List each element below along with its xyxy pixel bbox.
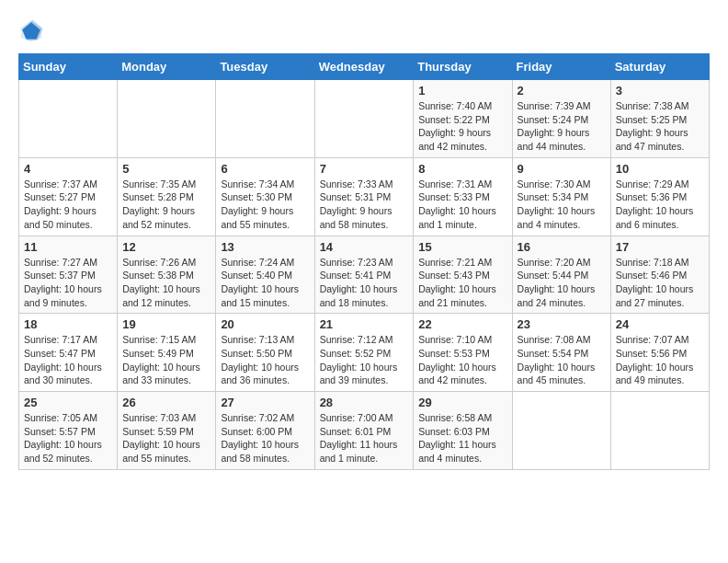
day-info: Sunrise: 7:03 AM Sunset: 5:59 PM Dayligh… [122, 411, 210, 465]
day-number: 7 [320, 162, 409, 176]
day-info: Sunrise: 7:18 AM Sunset: 5:46 PM Dayligh… [616, 256, 704, 310]
day-number: 27 [221, 396, 309, 409]
calendar-cell: 2Sunrise: 7:39 AM Sunset: 5:24 PM Daylig… [512, 80, 610, 158]
day-info: Sunrise: 7:38 AM Sunset: 5:25 PM Dayligh… [616, 99, 704, 154]
calendar-row-0: 1Sunrise: 7:40 AM Sunset: 5:22 PM Daylig… [19, 80, 710, 158]
calendar-cell: 28Sunrise: 7:00 AM Sunset: 6:01 PM Dayli… [314, 392, 414, 470]
day-info: Sunrise: 7:31 AM Sunset: 5:33 PM Dayligh… [418, 178, 506, 232]
calendar-row-3: 18Sunrise: 7:17 AM Sunset: 5:47 PM Dayli… [19, 314, 710, 392]
day-info: Sunrise: 7:10 AM Sunset: 5:53 PM Dayligh… [418, 333, 506, 387]
calendar-cell: 20Sunrise: 7:13 AM Sunset: 5:50 PM Dayli… [216, 314, 314, 392]
day-number: 12 [122, 240, 210, 254]
day-number: 25 [24, 396, 112, 409]
day-number: 16 [518, 240, 606, 254]
day-info: Sunrise: 7:24 AM Sunset: 5:40 PM Dayligh… [221, 256, 309, 310]
calendar-cell [610, 392, 709, 470]
calendar-cell: 22Sunrise: 7:10 AM Sunset: 5:53 PM Dayli… [414, 314, 512, 392]
day-info: Sunrise: 7:20 AM Sunset: 5:44 PM Dayligh… [518, 256, 606, 310]
day-number: 24 [616, 317, 704, 331]
day-info: Sunrise: 7:27 AM Sunset: 5:37 PM Dayligh… [24, 256, 112, 310]
day-info: Sunrise: 7:21 AM Sunset: 5:43 PM Dayligh… [418, 256, 506, 310]
calendar-cell: 3Sunrise: 7:38 AM Sunset: 5:25 PM Daylig… [610, 80, 709, 158]
day-number: 22 [418, 317, 506, 331]
day-number: 8 [418, 162, 506, 176]
day-info: Sunrise: 7:37 AM Sunset: 5:27 PM Dayligh… [24, 178, 112, 232]
day-info: Sunrise: 7:40 AM Sunset: 5:22 PM Dayligh… [418, 99, 506, 154]
calendar-cell: 18Sunrise: 7:17 AM Sunset: 5:47 PM Dayli… [19, 314, 118, 392]
day-number: 9 [518, 162, 606, 176]
day-number: 5 [122, 162, 210, 176]
calendar-cell: 12Sunrise: 7:26 AM Sunset: 5:38 PM Dayli… [118, 236, 216, 314]
day-number: 6 [221, 162, 309, 176]
calendar-header-monday: Monday [118, 54, 216, 80]
calendar-header-wednesday: Wednesday [314, 54, 414, 80]
calendar-cell: 17Sunrise: 7:18 AM Sunset: 5:46 PM Dayli… [610, 236, 709, 314]
day-number: 23 [518, 317, 606, 331]
calendar-row-1: 4Sunrise: 7:37 AM Sunset: 5:27 PM Daylig… [19, 157, 710, 236]
calendar-header-thursday: Thursday [414, 54, 512, 80]
calendar-header-row: SundayMondayTuesdayWednesdayThursdayFrid… [19, 54, 710, 80]
day-number: 11 [24, 240, 112, 254]
calendar-cell: 26Sunrise: 7:03 AM Sunset: 5:59 PM Dayli… [118, 392, 216, 470]
calendar-cell [216, 80, 314, 158]
day-info: Sunrise: 7:39 AM Sunset: 5:24 PM Dayligh… [518, 99, 606, 154]
calendar-table: SundayMondayTuesdayWednesdayThursdayFrid… [18, 53, 710, 470]
day-number: 15 [418, 240, 506, 254]
logo-icon [18, 18, 44, 44]
day-number: 21 [320, 317, 409, 331]
calendar-cell [314, 80, 414, 158]
calendar-cell: 27Sunrise: 7:02 AM Sunset: 6:00 PM Dayli… [216, 392, 314, 470]
day-info: Sunrise: 7:26 AM Sunset: 5:38 PM Dayligh… [122, 256, 210, 310]
calendar-cell [118, 80, 216, 158]
day-number: 20 [221, 317, 309, 331]
day-info: Sunrise: 7:02 AM Sunset: 6:00 PM Dayligh… [221, 411, 309, 465]
calendar-cell: 19Sunrise: 7:15 AM Sunset: 5:49 PM Dayli… [118, 314, 216, 392]
day-info: Sunrise: 7:00 AM Sunset: 6:01 PM Dayligh… [320, 411, 409, 465]
calendar-cell: 14Sunrise: 7:23 AM Sunset: 5:41 PM Dayli… [314, 236, 414, 314]
day-number: 4 [24, 162, 112, 176]
day-number: 10 [616, 162, 704, 176]
day-number: 13 [221, 240, 309, 254]
calendar-header-saturday: Saturday [610, 54, 709, 80]
calendar-header-friday: Friday [512, 54, 610, 80]
calendar-cell: 5Sunrise: 7:35 AM Sunset: 5:28 PM Daylig… [118, 157, 216, 236]
day-info: Sunrise: 7:15 AM Sunset: 5:49 PM Dayligh… [122, 333, 210, 387]
day-number: 3 [616, 84, 704, 98]
day-info: Sunrise: 7:34 AM Sunset: 5:30 PM Dayligh… [221, 178, 309, 232]
calendar-row-2: 11Sunrise: 7:27 AM Sunset: 5:37 PM Dayli… [19, 236, 710, 314]
day-info: Sunrise: 7:17 AM Sunset: 5:47 PM Dayligh… [24, 333, 112, 387]
day-info: Sunrise: 7:07 AM Sunset: 5:56 PM Dayligh… [616, 333, 704, 387]
calendar-header-sunday: Sunday [19, 54, 118, 80]
day-info: Sunrise: 7:08 AM Sunset: 5:54 PM Dayligh… [518, 333, 606, 387]
calendar-cell: 24Sunrise: 7:07 AM Sunset: 5:56 PM Dayli… [610, 314, 709, 392]
calendar-cell [512, 392, 610, 470]
calendar-cell: 15Sunrise: 7:21 AM Sunset: 5:43 PM Dayli… [414, 236, 512, 314]
day-number: 19 [122, 317, 210, 331]
day-number: 17 [616, 240, 704, 254]
day-info: Sunrise: 7:12 AM Sunset: 5:52 PM Dayligh… [320, 333, 409, 387]
page-header [18, 18, 710, 44]
logo [18, 18, 48, 44]
day-info: Sunrise: 7:23 AM Sunset: 5:41 PM Dayligh… [320, 256, 409, 310]
calendar-cell [19, 80, 118, 158]
calendar-header-tuesday: Tuesday [216, 54, 314, 80]
day-number: 14 [320, 240, 409, 254]
day-number: 28 [320, 396, 409, 409]
calendar-cell: 16Sunrise: 7:20 AM Sunset: 5:44 PM Dayli… [512, 236, 610, 314]
calendar-cell: 13Sunrise: 7:24 AM Sunset: 5:40 PM Dayli… [216, 236, 314, 314]
calendar-cell: 1Sunrise: 7:40 AM Sunset: 5:22 PM Daylig… [414, 80, 512, 158]
calendar-cell: 21Sunrise: 7:12 AM Sunset: 5:52 PM Dayli… [314, 314, 414, 392]
day-number: 18 [24, 317, 112, 331]
calendar-cell: 29Sunrise: 6:58 AM Sunset: 6:03 PM Dayli… [414, 392, 512, 470]
day-number: 2 [518, 84, 606, 98]
calendar-cell: 25Sunrise: 7:05 AM Sunset: 5:57 PM Dayli… [19, 392, 118, 470]
day-info: Sunrise: 6:58 AM Sunset: 6:03 PM Dayligh… [418, 411, 506, 465]
day-info: Sunrise: 7:35 AM Sunset: 5:28 PM Dayligh… [122, 178, 210, 232]
calendar-cell: 10Sunrise: 7:29 AM Sunset: 5:36 PM Dayli… [610, 157, 709, 236]
calendar-cell: 11Sunrise: 7:27 AM Sunset: 5:37 PM Dayli… [19, 236, 118, 314]
calendar-cell: 8Sunrise: 7:31 AM Sunset: 5:33 PM Daylig… [414, 157, 512, 236]
day-info: Sunrise: 7:30 AM Sunset: 5:34 PM Dayligh… [518, 178, 606, 232]
day-number: 29 [418, 396, 506, 409]
day-info: Sunrise: 7:13 AM Sunset: 5:50 PM Dayligh… [221, 333, 309, 387]
day-info: Sunrise: 7:05 AM Sunset: 5:57 PM Dayligh… [24, 411, 112, 465]
